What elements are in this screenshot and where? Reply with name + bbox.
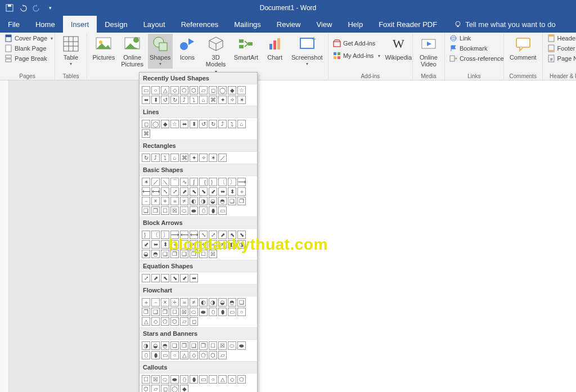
shape-item[interactable]: ⬡ bbox=[142, 385, 150, 392]
shape-item[interactable]: ☐ bbox=[161, 206, 169, 215]
shape-item[interactable]: ◆ bbox=[180, 385, 188, 392]
shape-item[interactable]: ⬋ bbox=[209, 187, 217, 196]
shape-item[interactable]: ◇ bbox=[228, 375, 236, 384]
shape-item[interactable]: ⬉ bbox=[190, 187, 198, 196]
shape-item[interactable]: △ bbox=[180, 351, 188, 359]
shape-item[interactable]: ＋ bbox=[237, 187, 246, 196]
shape-item[interactable]: ｝ bbox=[142, 231, 150, 239]
blank-page-button[interactable]: Blank Page bbox=[3, 44, 54, 53]
shape-item[interactable]: ≠ bbox=[190, 298, 198, 307]
shape-item[interactable]: ☒ bbox=[170, 206, 179, 215]
shape-item[interactable]: ⬭ bbox=[190, 308, 198, 316]
shape-item[interactable]: ⬬ bbox=[170, 375, 179, 384]
shape-item[interactable]: ○ bbox=[237, 308, 246, 316]
shape-item[interactable]: ▭ bbox=[218, 206, 227, 215]
page-number-button[interactable]: # Page Number▾ bbox=[546, 54, 576, 63]
chart-button[interactable]: Chart bbox=[263, 34, 287, 62]
cover-page-button[interactable]: Cover Page▾ bbox=[3, 34, 54, 43]
shape-item[interactable]: ◻ bbox=[209, 86, 217, 94]
pictures-button[interactable]: Pictures bbox=[91, 34, 117, 62]
shape-item[interactable]: ◓ bbox=[218, 197, 227, 205]
shape-item[interactable]: ⤴ bbox=[218, 120, 227, 128]
shape-item[interactable]: ✧ bbox=[199, 154, 208, 162]
shape-item[interactable]: ⟷ bbox=[151, 187, 160, 196]
shape-item[interactable]: ＝ bbox=[170, 197, 179, 205]
shape-item[interactable]: ⬯ bbox=[142, 351, 150, 359]
shape-item[interactable]: ↺ bbox=[199, 120, 208, 128]
shape-item[interactable]: ▱ bbox=[218, 351, 227, 359]
shape-item[interactable]: ⬍ bbox=[161, 240, 169, 249]
shape-item[interactable]: ✶ bbox=[142, 178, 150, 186]
shape-item[interactable]: ⬠ bbox=[180, 86, 188, 94]
header-button[interactable]: Header▾ bbox=[546, 34, 576, 43]
shape-item[interactable]: ◯ bbox=[151, 120, 160, 128]
shape-item[interactable]: ◯ bbox=[218, 86, 227, 94]
shape-item[interactable]: ▭ bbox=[228, 308, 236, 316]
shape-item[interactable]: ⬍ bbox=[190, 120, 198, 128]
shape-item[interactable]: ◑ bbox=[142, 341, 150, 350]
shape-item[interactable]: △ bbox=[161, 86, 169, 94]
shape-item[interactable]: ❏ bbox=[170, 341, 179, 350]
online-video-button[interactable]: Online Video bbox=[416, 34, 441, 69]
shape-item[interactable]: ⬠ bbox=[237, 375, 246, 384]
shape-item[interactable]: ○ bbox=[170, 351, 179, 359]
shape-item[interactable]: ◆ bbox=[228, 86, 236, 94]
shape-item[interactable]: ÷ bbox=[170, 298, 179, 307]
shape-item[interactable]: ⬬ bbox=[199, 308, 208, 316]
shape-item[interactable]: ▭ bbox=[142, 86, 150, 94]
shape-item[interactable]: ∿ bbox=[180, 178, 188, 186]
shape-item[interactable]: ⌘ bbox=[142, 129, 150, 138]
shape-item[interactable]: ○ bbox=[209, 375, 217, 384]
bookmark-button[interactable]: Bookmark bbox=[448, 44, 505, 53]
shape-item[interactable]: ☒ bbox=[151, 375, 160, 384]
shape-item[interactable]: ⬍ bbox=[151, 96, 160, 104]
shapes-button[interactable]: Shapes ▾ bbox=[148, 34, 173, 69]
shape-item[interactable]: ⤵ bbox=[161, 154, 169, 162]
shape-item[interactable]: ｛ bbox=[199, 178, 208, 186]
shape-item[interactable]: ✶ bbox=[237, 96, 246, 104]
comment-button[interactable]: Comment bbox=[507, 34, 539, 62]
shape-item[interactable]: ✦ bbox=[218, 96, 227, 104]
shape-item[interactable]: ⬊ bbox=[199, 187, 208, 196]
shape-item[interactable]: ◑ bbox=[199, 197, 208, 205]
shape-item[interactable]: ÷ bbox=[161, 197, 169, 205]
icons-button[interactable]: Icons bbox=[175, 34, 200, 62]
shape-item[interactable]: ☐ bbox=[209, 341, 217, 350]
shape-item[interactable]: ⬈ bbox=[151, 274, 160, 282]
shape-item[interactable]: ◻ bbox=[190, 317, 198, 326]
shape-item[interactable]: ↻ bbox=[142, 154, 150, 162]
shape-item[interactable]: ⬍ bbox=[228, 187, 236, 196]
shape-item[interactable]: ＼ bbox=[161, 178, 169, 186]
cross-reference-button[interactable]: Cross-reference bbox=[448, 54, 505, 63]
shape-item[interactable]: ⬋ bbox=[142, 240, 150, 249]
shape-item[interactable]: ○ bbox=[151, 86, 160, 94]
shape-item[interactable]: ◐ bbox=[199, 298, 208, 307]
shape-item[interactable]: ⬈ bbox=[180, 187, 188, 196]
shape-item[interactable]: ⬡ bbox=[170, 317, 179, 326]
shape-item[interactable]: ⬬ bbox=[190, 206, 198, 215]
shape-item[interactable]: ⟵ bbox=[142, 187, 150, 196]
tab-view[interactable]: View bbox=[308, 16, 340, 33]
shape-item[interactable]: ❐ bbox=[180, 341, 188, 350]
footer-button[interactable]: Footer▾ bbox=[546, 44, 576, 53]
shape-item[interactable]: ❏ bbox=[237, 298, 246, 307]
shape-item[interactable]: ⤵ bbox=[228, 120, 236, 128]
shape-item[interactable]: ⬌ bbox=[151, 240, 160, 249]
shape-item[interactable]: ⬮ bbox=[209, 206, 217, 215]
shape-item[interactable]: ▭ bbox=[161, 351, 169, 359]
shape-item[interactable]: ✧ bbox=[228, 96, 236, 104]
shape-item[interactable]: ❒ bbox=[199, 341, 208, 350]
shape-item[interactable]: ⬭ bbox=[161, 375, 169, 384]
shape-item[interactable]: ✦ bbox=[190, 154, 198, 162]
shape-item[interactable]: ⤴ bbox=[180, 96, 188, 104]
shape-item[interactable]: ◒ bbox=[142, 250, 150, 258]
shape-item[interactable]: ⬌ bbox=[190, 274, 198, 282]
shape-item[interactable]: ⟶ bbox=[237, 178, 246, 186]
shape-item[interactable]: ⬭ bbox=[180, 206, 188, 215]
shape-item[interactable]: ⤢ bbox=[142, 274, 150, 282]
shape-item[interactable]: ◇ bbox=[170, 86, 179, 94]
undo-icon[interactable] bbox=[19, 4, 27, 12]
tab-file[interactable]: File bbox=[0, 16, 28, 33]
shape-item[interactable]: ◑ bbox=[209, 298, 217, 307]
shape-item[interactable]: ＋ bbox=[142, 298, 150, 307]
